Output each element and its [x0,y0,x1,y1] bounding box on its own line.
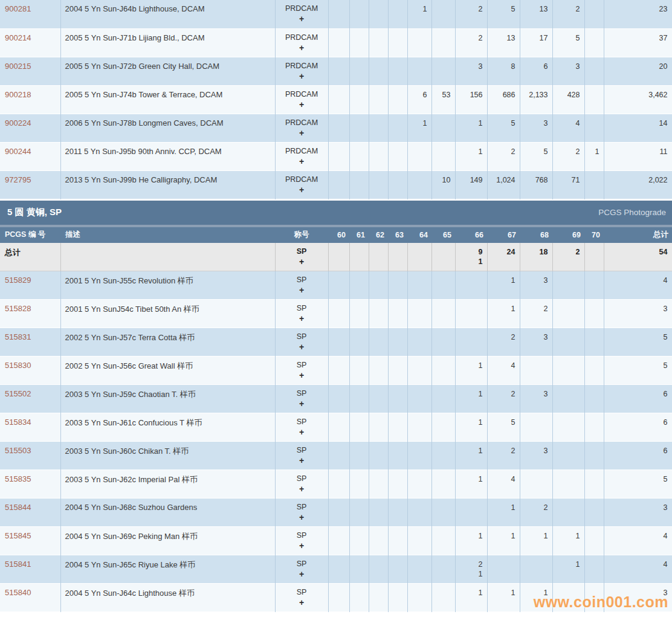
coin-description: 2006 5 Yn Sun-J78b Longmen Caves, DCAM [60,114,275,142]
pcgs-photograde-link[interactable]: PCGS Photograde [598,208,666,217]
pcgs-number-link[interactable]: 515829 [0,271,60,300]
plus-sign: + [276,342,328,352]
grade-value-cell [388,499,407,527]
pcgs-number-link[interactable]: 900218 [0,85,60,114]
plus-sign: + [276,512,328,522]
coin-description: 2004 5 Yn Sun-J64b Lighthouse, DCAM [60,0,275,28]
grade-value-cell [407,300,431,328]
grade-value-cell: 1 [520,584,552,612]
pcgs-number-link[interactable]: 900224 [0,114,60,142]
grade-value-cell [407,470,431,499]
grade-value-cell [349,114,369,142]
plus-sign: + [276,598,328,607]
grade-value-cell [552,300,584,328]
pcgs-number-link[interactable]: 515835 [0,470,60,499]
grade-value-cell [388,413,407,442]
pcgs-number-link[interactable]: 972795 [0,170,60,199]
grade-value-cell [369,170,388,199]
grade-value-cell [584,271,604,300]
total-value-cell: 2 [552,243,584,271]
designation-label: SP [276,418,328,426]
grade-value-cell: 6 [520,57,552,85]
grade-value-cell [369,442,388,470]
grade-value-cell [407,271,431,300]
grade-value-cell [369,499,388,527]
pcgs-number-link[interactable]: 515502 [0,385,60,413]
grade-value-cell: 2 [455,0,487,28]
row-total-cell: 5 [604,328,672,357]
grade-value-cell [431,57,455,85]
col-header-grade-64: 64 [407,227,431,243]
pcgs-number-link[interactable]: 515834 [0,413,60,442]
pcgs-number-link[interactable]: 900281 [0,0,60,28]
grade-value-cell: 1 [455,357,487,385]
grade-value-cell [520,413,552,442]
grade-value-cell [407,328,431,357]
grade-value-cell [520,357,552,385]
grade-value-cell [407,170,431,199]
grade-value-cell [455,499,487,527]
designation-cell: SP+ [275,584,328,612]
grade-value-cell [407,527,431,555]
designation-cell: SP+ [275,555,328,584]
designation-label: SP [276,560,328,568]
pcgs-number-link[interactable]: 515844 [0,499,60,527]
grade-value-cell: 17 [520,28,552,57]
grade-value-cell [407,442,431,470]
grade-value-cell [431,328,455,357]
coin-description: 2003 5 Yn Sun-J61c Confucious T 样币 [60,413,275,442]
pcgs-number-link[interactable]: 515831 [0,328,60,357]
grade-value-cell [349,470,369,499]
grade-value-cell: 53 [431,85,455,114]
pcgs-number-link[interactable]: 900244 [0,142,60,170]
pcgs-number-link[interactable]: 515845 [0,527,60,555]
table-header-row: PCGS 编 号 描述 称号 60 61 62 63 64 65 66 67 6… [0,227,672,243]
coin-description: 2001 5 Yn SunJ54c Tibet 50th An 样币 [60,300,275,328]
pcgs-number-link[interactable]: 900215 [0,57,60,85]
grade-value-cell: 1,024 [487,170,520,199]
section-title: 5 圆 黄铜, SP [7,207,62,218]
designation-label: PRDCAM [276,62,328,70]
grade-value-cell [584,357,604,385]
grade-value-cell [407,584,431,612]
grade-value-cell [349,170,369,199]
grade-value-cell: 1 [520,527,552,555]
row-total-cell: 6 [604,442,672,470]
grade-value-cell [388,328,407,357]
total-value-cell [369,243,388,271]
col-header-grade-61: 61 [349,227,369,243]
grade-value-cell [584,442,604,470]
row-total-cell: 2,022 [604,170,672,199]
grade-value-cell [388,357,407,385]
grade-value-cell [349,0,369,28]
designation-cell: PRDCAM+ [275,0,328,28]
designation-label: SP [276,588,328,596]
grade-value-cell [349,142,369,170]
total-value-cell: 24 [487,243,520,271]
grade-value-cell [328,584,349,612]
pcgs-number-link[interactable]: 515840 [0,584,60,612]
designation-label: SP [276,503,328,511]
grade-value-cell: 71 [552,170,584,199]
pcgs-number-link[interactable]: 900214 [0,28,60,57]
grade-value-cell [388,114,407,142]
grade-value-cell [407,555,431,584]
pcgs-number-link[interactable]: 515503 [0,442,60,470]
row-total-cell: 3 [604,300,672,328]
population-table-sp: PCGS 编 号 描述 称号 60 61 62 63 64 65 66 67 6… [0,227,672,613]
plus-sign: + [276,43,328,53]
designation-cell: SP+ [275,442,328,470]
grade-value-cell [552,470,584,499]
pcgs-number-link[interactable]: 515830 [0,357,60,385]
grade-value-cell [584,85,604,114]
coin-description: 2002 5 Yn Sun-J57c Terra Cotta 样币 [60,328,275,357]
pcgs-number-link[interactable]: 515828 [0,300,60,328]
grade-value-cell: 10 [431,170,455,199]
grade-value-cell [388,170,407,199]
pcgs-number-link[interactable]: 515841 [0,555,60,584]
coin-description: 2003 5 Yn Sun-J59c Chaotian T. 样币 [60,385,275,413]
coin-description: 2005 5 Yn Sun-J71b Lijiang Bld., DCAM [60,28,275,57]
grade-value-cell [369,413,388,442]
grade-value-cell [388,584,407,612]
grade-value-cell: 3 [552,57,584,85]
